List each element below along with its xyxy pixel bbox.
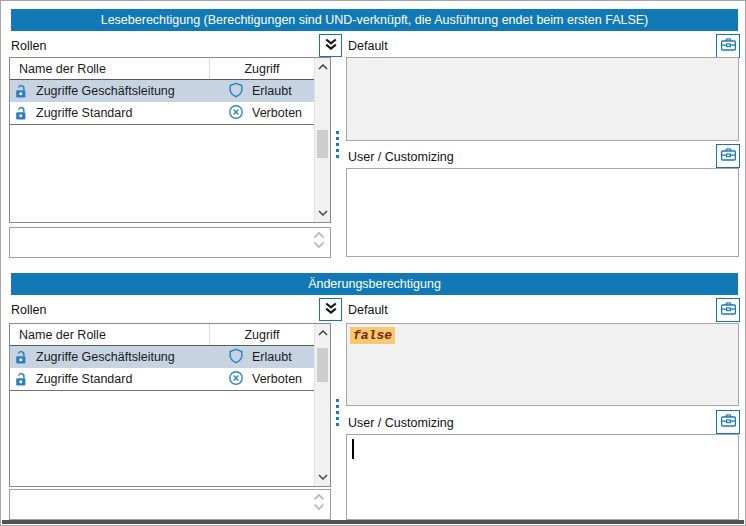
rows-end-divider <box>10 124 314 125</box>
write-permission-panel: Änderungsberechtigung Rollen Default Nam… <box>9 273 739 520</box>
edit-user-button[interactable] <box>716 410 740 434</box>
vertical-splitter[interactable] <box>336 399 339 426</box>
window-bottom-edge <box>2 520 744 524</box>
double-chevron-down-icon <box>324 38 338 54</box>
user-customizing-value-box[interactable] <box>346 168 739 257</box>
scroll-down-icon[interactable] <box>315 469 331 485</box>
scrollbar-thumb[interactable] <box>317 348 328 382</box>
column-header-name: Name der Rolle <box>10 324 210 345</box>
spin-down-icon[interactable] <box>313 503 325 511</box>
shield-allowed-icon <box>228 348 244 367</box>
edit-default-button[interactable] <box>716 34 740 58</box>
default-expression-value: false <box>350 327 395 344</box>
collapse-roles-button[interactable] <box>319 34 342 57</box>
circle-x-denied-icon <box>228 104 244 123</box>
read-panel-title: Leseberechtigung (Berechtigungen sind UN… <box>11 9 738 31</box>
scroll-up-icon[interactable] <box>315 59 331 75</box>
role-name: Zugriffe Geschäftsleitung <box>36 350 175 364</box>
default-value-box[interactable] <box>346 57 739 141</box>
scroll-up-icon[interactable] <box>315 325 331 341</box>
role-name: Zugriffe Geschäftsleitung <box>36 84 175 98</box>
roles-table-scrollbar[interactable] <box>314 324 330 486</box>
roles-table: Name der Rolle Zugriff Zugriffe Geschäft… <box>9 323 331 487</box>
rows-end-divider <box>10 390 314 391</box>
text-cursor <box>352 439 354 459</box>
open-padlock-icon <box>14 372 29 387</box>
column-header-access: Zugriff <box>210 324 314 345</box>
user-customizing-label: User / Customizing <box>348 150 454 164</box>
briefcase-icon <box>720 37 737 55</box>
roles-table: Name der Rolle Zugriff Zugriffe Geschäft… <box>9 57 331 223</box>
default-label: Default <box>348 39 388 53</box>
role-name: Zugriffe Standard <box>36 106 132 120</box>
briefcase-icon <box>720 413 737 431</box>
read-permission-panel: Leseberechtigung (Berechtigungen sind UN… <box>9 9 739 259</box>
column-header-access: Zugriff <box>210 58 314 79</box>
write-panel-title: Änderungsberechtigung <box>11 273 738 295</box>
table-row[interactable]: Zugriffe Standard Verboten <box>10 368 314 390</box>
access-value: Verboten <box>252 106 302 120</box>
double-chevron-down-icon <box>324 302 338 318</box>
table-row[interactable]: Zugriffe Standard Verboten <box>10 102 314 124</box>
access-value: Erlaubt <box>252 350 292 364</box>
open-padlock-icon <box>14 350 29 365</box>
shield-allowed-icon <box>228 82 244 101</box>
briefcase-icon <box>720 147 737 165</box>
table-row[interactable]: Zugriffe Geschäftsleitung Erlaubt <box>10 80 314 102</box>
vertical-splitter[interactable] <box>336 131 339 158</box>
spin-down-icon[interactable] <box>313 241 325 249</box>
roles-label: Rollen <box>11 303 46 317</box>
access-value: Erlaubt <box>252 84 292 98</box>
roles-label: Rollen <box>11 39 46 53</box>
column-header-name: Name der Rolle <box>10 58 210 79</box>
circle-x-denied-icon <box>228 370 244 389</box>
briefcase-icon <box>720 301 737 319</box>
roles-table-header: Name der Rolle Zugriff <box>10 324 314 346</box>
scrollbar-thumb[interactable] <box>317 130 328 158</box>
user-customizing-label: User / Customizing <box>348 416 454 430</box>
spin-up-icon[interactable] <box>313 493 325 501</box>
access-value: Verboten <box>252 372 302 386</box>
table-row[interactable]: Zugriffe Geschäftsleitung Erlaubt <box>10 346 314 368</box>
roles-table-header: Name der Rolle Zugriff <box>10 58 314 80</box>
default-label: Default <box>348 303 388 317</box>
roles-table-scrollbar[interactable] <box>314 58 330 222</box>
scroll-down-icon[interactable] <box>315 205 331 221</box>
role-name: Zugriffe Standard <box>36 372 132 386</box>
spin-up-icon[interactable] <box>313 231 325 239</box>
new-role-input-box[interactable] <box>9 227 331 258</box>
open-padlock-icon <box>14 84 29 99</box>
new-role-input-box[interactable] <box>9 489 331 520</box>
collapse-roles-button[interactable] <box>319 298 342 321</box>
default-value-box[interactable]: false <box>346 323 739 406</box>
edit-user-button[interactable] <box>716 144 740 168</box>
edit-default-button[interactable] <box>716 298 740 322</box>
user-customizing-value-box[interactable] <box>346 434 739 520</box>
open-padlock-icon <box>14 106 29 121</box>
permissions-window: Leseberechtigung (Berechtigungen sind UN… <box>0 0 746 526</box>
